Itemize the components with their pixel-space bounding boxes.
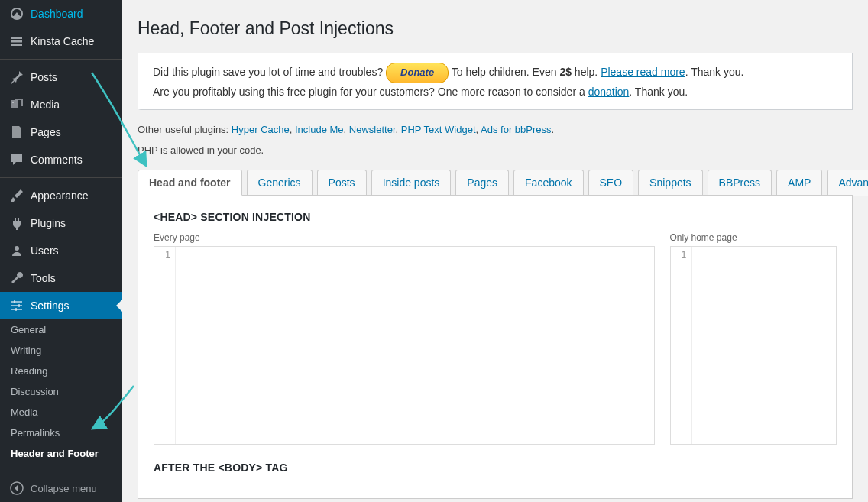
brush-icon — [9, 188, 24, 203]
sidebar-item-pages[interactable]: Pages — [0, 118, 122, 146]
notice-text: Are you profitably using this free plugi… — [153, 86, 588, 98]
tab-panel: <HEAD> SECTION INJECTION Every page 1 On… — [138, 195, 853, 499]
notice-text: . Thank you. — [685, 66, 744, 78]
tab-amp[interactable]: AMP — [776, 170, 822, 196]
sliders-icon — [9, 298, 24, 313]
editor-every-page: Every page 1 — [154, 232, 655, 445]
donation-notice: Did this plugin save you lot of time and… — [138, 53, 853, 110]
menu-separator — [0, 177, 122, 178]
sidebar-item-kinsta-cache[interactable]: Kinsta Cache — [0, 28, 122, 55]
svg-point-4 — [15, 246, 19, 251]
submenu-media[interactable]: Media — [0, 402, 122, 423]
tab-posts[interactable]: Posts — [317, 170, 367, 196]
donate-button[interactable]: Donate — [386, 63, 449, 83]
plug-icon — [9, 215, 24, 231]
plugin-link-php-text-widget[interactable]: PHP Text Widget — [401, 124, 476, 135]
other-plugins-line: Other useful plugins: Hyper Cache, Inclu… — [138, 124, 853, 135]
tab-bar: Head and footer Generics Posts Inside po… — [138, 170, 853, 196]
sidebar-item-media[interactable]: Media — [0, 91, 122, 118]
other-plugins-prefix: Other useful plugins: — [138, 124, 232, 135]
cache-icon — [9, 34, 24, 49]
editor-gutter: 1 — [671, 247, 692, 444]
notice-text: Did this plugin save you lot of time and… — [153, 66, 386, 78]
sidebar-item-plugins[interactable]: Plugins — [0, 209, 122, 237]
tab-bbpress[interactable]: BBPress — [708, 170, 772, 196]
plugin-link-newsletter[interactable]: Newsletter — [349, 124, 396, 135]
main-content: Head, Footer and Post Injections Did thi… — [122, 0, 868, 502]
submenu-header-and-footer[interactable]: Header and Footer — [0, 443, 122, 464]
svg-point-3 — [12, 102, 14, 103]
tab-facebook[interactable]: Facebook — [513, 170, 583, 196]
tab-head-and-footer[interactable]: Head and footer — [138, 170, 242, 196]
sidebar-item-label: Pages — [31, 126, 61, 138]
editor-gutter: 1 — [154, 247, 176, 444]
tab-snippets[interactable]: Snippets — [638, 170, 702, 196]
svg-rect-0 — [11, 37, 22, 39]
tab-inside-posts[interactable]: Inside posts — [371, 170, 452, 196]
code-area[interactable] — [176, 247, 654, 444]
editors-row: Every page 1 Only home page 1 — [154, 232, 837, 445]
media-icon — [9, 97, 24, 112]
dashboard-icon — [9, 6, 24, 21]
tab-seo[interactable]: SEO — [588, 170, 634, 196]
svg-rect-8 — [14, 300, 15, 303]
sidebar-item-tools[interactable]: Tools — [0, 264, 122, 292]
notice-bold: 2$ — [559, 66, 572, 78]
submenu-general[interactable]: General — [0, 319, 122, 340]
after-body-heading: AFTER THE <BODY> TAG — [154, 462, 837, 474]
collapse-menu-button[interactable]: Collapse menu — [0, 474, 122, 502]
sidebar-item-settings[interactable]: Settings — [0, 292, 122, 319]
sidebar-item-label: Appearance — [31, 189, 89, 202]
submenu-reading[interactable]: Reading — [0, 361, 122, 381]
code-editor-every-page[interactable]: 1 — [154, 246, 655, 445]
editor-label-every-page: Every page — [154, 232, 655, 243]
submenu-permalinks[interactable]: Permalinks — [0, 423, 122, 443]
sidebar-item-appearance[interactable]: Appearance — [0, 182, 122, 209]
sidebar-item-label: Settings — [31, 300, 70, 312]
sidebar-item-label: Tools — [31, 272, 56, 284]
sidebar-item-users[interactable]: Users — [0, 237, 122, 264]
wrench-icon — [9, 270, 24, 286]
read-more-link[interactable]: Please read more — [601, 66, 685, 78]
sidebar-item-label: Users — [31, 245, 59, 257]
sidebar-item-posts[interactable]: Posts — [0, 63, 122, 91]
svg-rect-2 — [11, 44, 22, 46]
page-title: Head, Footer and Post Injections — [138, 18, 853, 39]
tab-advanced[interactable]: Advanced — [827, 170, 868, 196]
sidebar-item-label: Comments — [31, 154, 83, 166]
page-icon — [9, 125, 24, 140]
svg-rect-5 — [11, 301, 22, 303]
plugin-link-ads-bbpress[interactable]: Ads for bbPress — [481, 124, 552, 135]
plugin-link-hyper-cache[interactable]: Hyper Cache — [232, 124, 290, 135]
svg-rect-9 — [18, 304, 20, 307]
svg-rect-10 — [15, 308, 17, 311]
collapse-menu-label: Collapse menu — [31, 483, 97, 494]
donation-link[interactable]: donation — [588, 86, 630, 98]
collapse-icon — [9, 481, 24, 496]
sidebar-item-label: Dashboard — [31, 8, 83, 20]
sidebar-item-comments[interactable]: Comments — [0, 146, 122, 173]
code-editor-home-page[interactable]: 1 — [670, 246, 837, 445]
tab-generics[interactable]: Generics — [247, 170, 313, 196]
notice-text: help. — [572, 66, 601, 78]
head-section-heading: <HEAD> SECTION INJECTION — [154, 211, 837, 223]
notice-text: To help children. Even — [452, 66, 560, 78]
pin-icon — [9, 70, 24, 85]
sidebar-item-label: Kinsta Cache — [31, 35, 94, 47]
editor-home-page: Only home page 1 — [670, 232, 837, 445]
notice-text: . Thank you. — [629, 86, 688, 98]
php-allowed-note: PHP is allowed in your code. — [138, 144, 853, 156]
submenu-discussion[interactable]: Discussion — [0, 381, 122, 402]
svg-rect-6 — [11, 305, 22, 306]
tab-pages[interactable]: Pages — [455, 170, 509, 196]
menu-separator — [0, 59, 122, 60]
code-area[interactable] — [692, 247, 837, 444]
submenu-writing[interactable]: Writing — [0, 340, 122, 361]
plugin-link-include-me[interactable]: Include Me — [295, 124, 344, 135]
sidebar-item-dashboard[interactable]: Dashboard — [0, 0, 122, 28]
sidebar-item-label: Posts — [31, 71, 57, 83]
sidebar-item-label: Plugins — [31, 217, 66, 229]
admin-sidebar: Dashboard Kinsta Cache Posts Media Pages… — [0, 0, 122, 502]
svg-rect-1 — [11, 40, 22, 43]
sidebar-item-label: Media — [31, 99, 60, 111]
